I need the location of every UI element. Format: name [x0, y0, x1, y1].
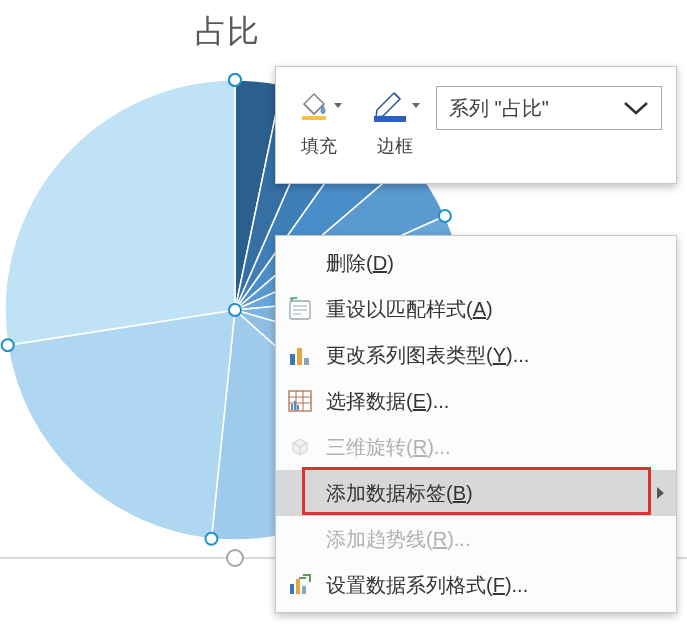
menu-3d-rotate: 三维旋转(R)...: [276, 424, 676, 470]
chevron-down-icon: [334, 103, 342, 108]
blank-icon: [286, 479, 314, 507]
chevron-down-icon: [412, 103, 420, 108]
fill-button[interactable]: 填充: [284, 77, 354, 158]
svg-rect-14: [291, 404, 293, 410]
selection-handle[interactable]: [439, 210, 451, 222]
selection-handle[interactable]: [229, 304, 241, 316]
svg-rect-17: [290, 584, 294, 594]
menu-label: 添加趋势线(R)...: [326, 526, 470, 553]
svg-rect-7: [297, 348, 302, 365]
pie-slice[interactable]: [8, 310, 235, 539]
mini-toolbar: 填充 边框 系列 "占比": [275, 66, 677, 184]
pie-slice[interactable]: [5, 80, 235, 345]
menu-reset-style[interactable]: 重设以匹配样式(A): [276, 286, 676, 332]
submenu-arrow-icon: [657, 487, 664, 499]
menu-change-chart-type[interactable]: 更改系列图表类型(Y)...: [276, 332, 676, 378]
chart-type-icon: [286, 341, 314, 369]
series-selector[interactable]: 系列 "占比": [436, 86, 662, 130]
fill-label: 填充: [301, 134, 337, 158]
pen-outline-icon: [370, 84, 410, 128]
svg-rect-19: [302, 586, 306, 594]
blank-icon: [286, 249, 314, 277]
format-series-icon: [286, 571, 314, 599]
paint-bucket-icon: [296, 86, 332, 126]
cube-icon: [286, 433, 314, 461]
menu-add-data-labels[interactable]: 添加数据标签(B): [276, 470, 676, 516]
menu-delete[interactable]: 删除(D): [276, 240, 676, 286]
outline-label: 边框: [377, 134, 413, 158]
menu-add-trendline: 添加趋势线(R)...: [276, 516, 676, 562]
menu-select-data[interactable]: 选择数据(E)...: [276, 378, 676, 424]
svg-rect-6: [290, 354, 295, 365]
selection-handle[interactable]: [229, 74, 241, 86]
chevron-down-icon: [623, 100, 649, 116]
table-icon: [286, 387, 314, 415]
selection-handle[interactable]: [205, 533, 217, 545]
svg-rect-15: [294, 401, 296, 410]
menu-label: 重设以匹配样式(A): [326, 296, 493, 323]
menu-label: 添加数据标签(B): [326, 480, 473, 507]
reset-style-icon: [286, 295, 314, 323]
svg-rect-16: [297, 405, 299, 410]
blank-icon: [286, 525, 314, 553]
outline-button[interactable]: 边框: [360, 77, 430, 158]
menu-label: 删除(D): [326, 250, 394, 277]
svg-rect-18: [296, 579, 300, 594]
menu-format-series[interactable]: 设置数据系列格式(F)...: [276, 562, 676, 608]
menu-label: 设置数据系列格式(F)...: [326, 572, 528, 599]
menu-label: 三维旋转(R)...: [326, 434, 450, 461]
svg-rect-8: [304, 358, 309, 365]
menu-label: 更改系列图表类型(Y)...: [326, 342, 529, 369]
menu-label: 选择数据(E)...: [326, 388, 449, 415]
svg-rect-1: [374, 116, 406, 122]
chart-title: 占比: [195, 10, 259, 54]
series-selected-text: 系列 "占比": [449, 95, 549, 122]
selection-handle[interactable]: [2, 339, 14, 351]
context-menu: 删除(D) 重设以匹配样式(A) 更改系列图表类型(Y)...: [275, 235, 677, 613]
svg-rect-0: [302, 116, 326, 120]
